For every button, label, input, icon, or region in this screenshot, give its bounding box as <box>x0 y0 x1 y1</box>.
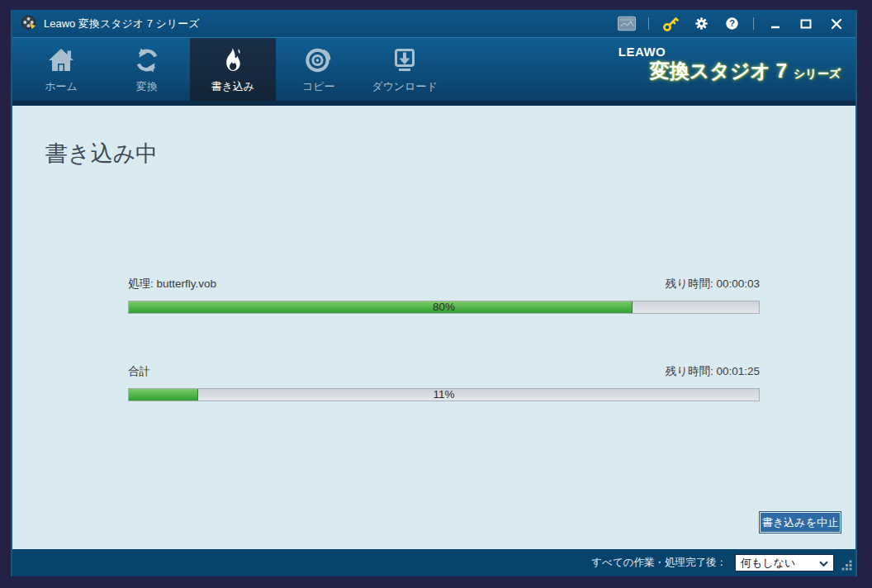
logo-series-text: シリーズ <box>794 67 841 82</box>
total-label: 合計 <box>128 364 150 379</box>
main-content: 書き込み中 処理: butterfly.vob 残り時間: 00:00:03 8… <box>12 106 855 549</box>
select-value: 何もしない <box>741 556 795 571</box>
promo-banner-icon[interactable] <box>618 16 636 32</box>
total-remaining-time: 残り時間: 00:01:25 <box>666 364 760 379</box>
tab-burn[interactable]: 書き込み <box>190 38 276 101</box>
convert-icon <box>132 45 162 75</box>
logo-brand-text: LEAWO <box>618 45 841 58</box>
resize-grip-icon[interactable] <box>841 559 852 574</box>
total-percent-label: 11% <box>129 389 759 401</box>
close-icon[interactable] <box>827 16 846 32</box>
tab-convert[interactable]: 変換 <box>104 38 190 101</box>
window-title: Leawo 変換スタジオ 7 シリーズ <box>44 17 200 31</box>
copy-disc-icon <box>304 45 334 75</box>
maximize-icon[interactable] <box>797 16 815 32</box>
after-complete-label: すべての作業・処理完了後： <box>591 556 727 570</box>
tab-home[interactable]: ホーム <box>18 38 104 101</box>
brand-logo: LEAWO 変換スタジオ 7 シリーズ <box>618 45 841 84</box>
page-title: 書き込み中 <box>45 139 158 168</box>
tab-download[interactable]: ダウンロード <box>362 38 448 101</box>
total-progress-labels: 合計 残り時間: 00:01:25 <box>128 364 760 379</box>
license-key-icon[interactable] <box>661 16 680 32</box>
tab-copy[interactable]: コピー <box>276 38 362 101</box>
titlebar-separator <box>753 17 754 30</box>
app-window: Leawo 変換スタジオ 7 シリーズ <box>11 10 857 576</box>
home-icon <box>46 45 76 75</box>
task-progress-labels: 処理: butterfly.vob 残り時間: 00:00:03 <box>128 277 760 292</box>
tab-label: コピー <box>302 79 335 94</box>
download-icon <box>390 45 419 75</box>
titlebar-separator <box>648 17 649 30</box>
tab-label: ホーム <box>45 79 78 94</box>
tab-label: 変換 <box>136 79 158 94</box>
task-percent-label: 80% <box>129 301 759 313</box>
tab-label: 書き込み <box>211 79 255 94</box>
abort-burn-button[interactable]: 書き込みを中止 <box>760 512 841 533</box>
logo-product-text: 変換スタジオ 7 <box>650 58 787 84</box>
task-remaining-time: 残り時間: 00:00:03 <box>666 277 760 292</box>
task-label: 処理: butterfly.vob <box>128 277 216 292</box>
task-progress-bar: 80% <box>128 301 760 314</box>
minimize-icon[interactable] <box>766 16 784 32</box>
navbar: ホーム 変換 書き込み <box>12 37 855 101</box>
total-progress-bar: 11% <box>128 388 760 401</box>
burn-flame-icon <box>218 45 248 75</box>
chevron-down-icon <box>819 557 828 569</box>
tab-label: ダウンロード <box>372 79 438 94</box>
film-reel-app-icon[interactable] <box>21 14 37 34</box>
settings-gear-icon[interactable] <box>692 16 710 32</box>
help-icon[interactable]: ? <box>723 16 741 32</box>
bottombar: すべての作業・処理完了後： 何もしない <box>12 549 855 576</box>
after-complete-select[interactable]: 何もしない <box>735 554 834 571</box>
titlebar: Leawo 変換スタジオ 7 シリーズ <box>12 10 855 37</box>
svg-text:?: ? <box>729 18 735 28</box>
